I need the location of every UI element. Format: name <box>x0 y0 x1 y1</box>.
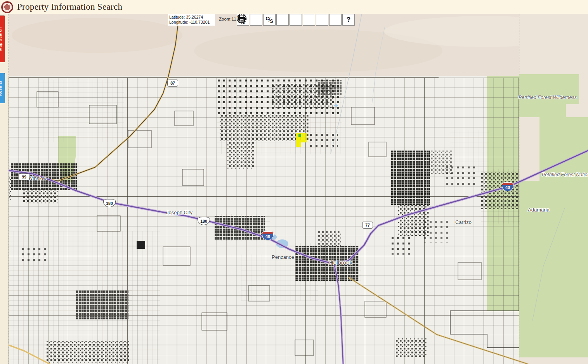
town-label-holbrook: Holbrook <box>329 259 352 266</box>
cs-text-icon: C/S <box>265 17 273 23</box>
park-label-national-park: Petrified Forest National Park <box>542 172 588 177</box>
route-shield-87: 87 <box>167 80 178 87</box>
tab-results-label: Results <box>0 80 2 96</box>
help-button[interactable]: ? <box>342 14 355 26</box>
longitude-readout: Longitude: -110.73201 <box>169 20 213 25</box>
tab-map-search[interactable]: Map Search <box>0 16 5 62</box>
tab-map-search-label: Map Search <box>0 27 2 50</box>
measure-tool-button[interactable] <box>316 14 328 26</box>
parcel-locate-button[interactable] <box>250 14 262 26</box>
town-label-winslow: Winslow <box>28 175 47 181</box>
map-viewport[interactable]: Map Search Results Latitude: 35.26274 Lo… <box>0 14 588 364</box>
town-label-adamana: Adamana <box>528 207 550 213</box>
app-header: Property Information Search <box>0 0 588 14</box>
printer-icon <box>237 14 247 24</box>
zoom-level-readout: Zoom:11 <box>219 17 236 21</box>
question-mark-icon: ? <box>347 16 350 24</box>
pan-tool-button[interactable] <box>276 14 289 26</box>
coordinate-readout: Latitude: 35.26274 Longitude: -110.73201 <box>168 14 215 26</box>
county-seal-icon <box>1 1 13 13</box>
xy-coordinates-button[interactable]: Y X <box>303 14 315 26</box>
tab-results[interactable]: Results <box>0 73 5 103</box>
town-label-carrizo: Carrizo <box>455 219 472 225</box>
route-shield-99: 99 <box>19 173 29 180</box>
left-panel-strip <box>0 14 9 364</box>
cs-toggle-button[interactable]: C/S <box>263 14 276 26</box>
town-label-joseph-city: Joseph City <box>166 210 193 215</box>
previous-extent-button[interactable] <box>290 14 302 26</box>
map-canvas[interactable] <box>0 14 588 364</box>
latitude-readout: Latitude: 35.26274 <box>169 15 213 20</box>
route-shield-77: 77 <box>362 222 373 229</box>
town-label-penzance: Penzance <box>272 254 294 260</box>
print-button[interactable] <box>329 14 342 26</box>
map-toolbar: C/S Y X <box>237 14 355 26</box>
park-label-wilderness: Petrified Forest Wilderness <box>519 95 577 100</box>
page-title: Property Information Search <box>17 0 122 14</box>
